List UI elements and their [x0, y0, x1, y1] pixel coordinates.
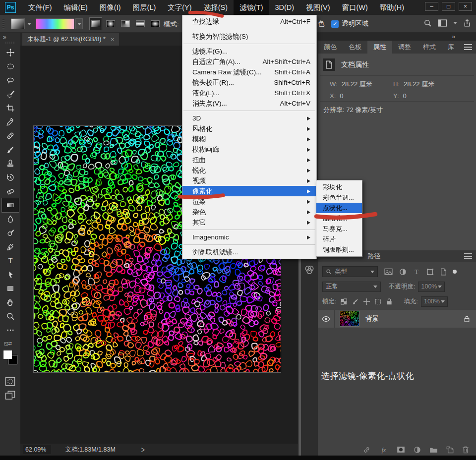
filter-shape-layers-icon[interactable] [426, 268, 434, 276]
lock-position-icon[interactable] [363, 298, 370, 305]
filter-menu-item-5[interactable]: 自适应广角(A)...Alt+Shift+Ctrl+A [182, 57, 316, 67]
filter-menu-item-16[interactable]: 锐化▶ [182, 165, 316, 175]
filter-menu-item-9[interactable]: 消失点(V)...Alt+Ctrl+V [182, 98, 316, 109]
filter-adjustment-layers-icon[interactable] [399, 268, 407, 276]
filter-menu-item-20[interactable]: 杂色▶ [182, 207, 316, 217]
delete-layer-icon[interactable] [462, 446, 469, 454]
filter-menu-item-11[interactable]: 3D▶ [182, 113, 316, 123]
submenu-item-2[interactable]: 点状化... [316, 203, 362, 213]
path-selection-tool[interactable] [2, 268, 19, 282]
filter-menu-item-2[interactable]: 转换为智能滤镜(S) [182, 31, 316, 42]
panel-menu-icon[interactable] [464, 44, 472, 50]
filter-menu-item-7[interactable]: 镜头校正(R)...Shift+Ctrl+R [182, 77, 316, 88]
foreground-color-swatch[interactable] [3, 350, 12, 359]
hand-tool[interactable] [2, 295, 19, 309]
chevron-down-icon[interactable] [453, 22, 457, 24]
share-icon[interactable] [463, 19, 471, 27]
crop-tool[interactable] [2, 101, 19, 115]
menubar-item-6[interactable]: 滤镜(T) [234, 0, 269, 15]
status-chevron-icon[interactable]: > [141, 445, 145, 455]
rectangle-tool[interactable] [2, 282, 19, 295]
submenu-item-5[interactable]: 碎片 [316, 234, 362, 244]
collapse-dock-icon[interactable]: » [3, 34, 5, 41]
filter-toggle-icon[interactable] [453, 270, 457, 274]
tab-close-icon[interactable]: × [111, 36, 115, 43]
layer-row-background[interactable]: 背景 [318, 310, 476, 328]
layer-thumbnail[interactable] [340, 311, 359, 327]
clone-stamp-tool[interactable] [2, 157, 19, 171]
filter-pixel-layers-icon[interactable] [384, 268, 393, 275]
submenu-item-3[interactable]: 晶格化... [316, 213, 362, 224]
adjustment-layer-icon[interactable] [414, 446, 421, 454]
eraser-tool[interactable] [2, 184, 19, 198]
menubar-item-10[interactable]: 帮助(H) [374, 0, 410, 15]
link-layers-icon[interactable] [362, 446, 371, 454]
checkbox-1[interactable]: ✓透明区域 [331, 19, 368, 28]
close-button[interactable]: × [459, 2, 472, 11]
zoom-level[interactable]: 62.09% [23, 445, 51, 454]
blur-tool[interactable] [2, 212, 19, 226]
new-layer-icon[interactable] [446, 446, 454, 454]
filter-menu-item-6[interactable]: Camera Raw 滤镜(C)...Shift+Ctrl+A [182, 67, 316, 77]
gradient-picker-caret[interactable] [75, 18, 83, 29]
submenu-item-1[interactable]: 彩色半调... [316, 192, 362, 203]
checkbox-check-icon[interactable]: ✓ [331, 20, 339, 28]
burn-tool[interactable] [2, 226, 19, 240]
workspace-switcher-icon[interactable] [438, 19, 447, 27]
fill-input[interactable]: 100% [421, 296, 448, 307]
tab-3[interactable]: 调整 [392, 41, 417, 54]
layer-mask-icon[interactable] [397, 446, 405, 453]
filter-smart-objects-icon[interactable] [440, 268, 447, 276]
menubar-item-0[interactable]: 文件(F) [22, 0, 58, 15]
filter-type-layers-icon[interactable]: T [413, 268, 420, 275]
tab-5[interactable]: 库 [442, 41, 460, 54]
tab-1[interactable]: 色板 [343, 41, 367, 54]
filter-menu-item-4[interactable]: 滤镜库(G)... [182, 46, 316, 57]
ellipsis-tool[interactable] [2, 323, 19, 337]
visibility-eye-icon[interactable] [322, 316, 330, 322]
reflected-gradient-button[interactable] [134, 17, 147, 30]
healing-brush-tool[interactable] [2, 129, 19, 143]
menubar-item-8[interactable]: 视图(V) [300, 0, 336, 15]
menubar-item-3[interactable]: 图层(L) [127, 0, 162, 15]
toolbar-grip[interactable] [5, 42, 14, 44]
brush-tool[interactable] [2, 143, 19, 157]
chevron-down-icon[interactable] [27, 23, 31, 25]
submenu-item-4[interactable]: 马赛克... [316, 224, 362, 234]
filter-menu-item-17[interactable]: 视频▶ [182, 175, 316, 186]
menubar-item-1[interactable]: 编辑(E) [58, 0, 94, 15]
lock-all-icon[interactable] [386, 298, 393, 305]
menubar-item-5[interactable]: 选择(S) [198, 0, 234, 15]
filter-menu-item-18[interactable]: 像素化▶ [182, 186, 316, 196]
linear-gradient-button[interactable] [89, 17, 102, 30]
menubar-item-9[interactable]: 窗口(W) [336, 0, 374, 15]
filter-menu-item-12[interactable]: 风格化▶ [182, 123, 316, 134]
filter-menu-item-14[interactable]: 模糊画廊▶ [182, 144, 316, 155]
move-tool[interactable] [2, 46, 19, 59]
tool-preset-picker[interactable] [11, 18, 25, 29]
menubar-item-4[interactable]: 文字(Y) [162, 0, 197, 15]
filter-menu-item-21[interactable]: 其它▶ [182, 217, 316, 228]
eyedropper-tool[interactable] [2, 115, 19, 129]
lasso-tool[interactable] [2, 73, 19, 87]
filter-menu-item-0[interactable]: 查找边缘Alt+Ctrl+F [182, 16, 316, 27]
filter-menu-item-15[interactable]: 扭曲▶ [182, 155, 316, 165]
blend-mode-dropdown[interactable]: 正常 [322, 282, 381, 292]
menubar-item-2[interactable]: 图像(I) [94, 0, 127, 15]
tab-4[interactable]: 样式 [417, 41, 442, 54]
quick-mask-icon[interactable] [5, 377, 15, 386]
filter-menu-item-8[interactable]: 液化(L)...Shift+Ctrl+X [182, 88, 316, 98]
swap-colors-icon[interactable]: ◱⇄ [4, 341, 12, 346]
filter-menu-item-23[interactable]: Imagenomic▶ [182, 232, 316, 242]
lock-artboard-icon[interactable] [374, 298, 382, 305]
lock-pixels-icon[interactable] [352, 298, 359, 305]
search-icon[interactable] [423, 19, 432, 27]
filter-menu-item-25[interactable]: 浏览联机滤镜... [182, 247, 316, 257]
submenu-item-6[interactable]: 铜版雕刻... [316, 244, 362, 255]
panel-menu-icon[interactable] [464, 253, 472, 259]
tab-2[interactable]: 属性 [367, 41, 392, 54]
maximize-button[interactable]: □ [442, 2, 455, 11]
angle-gradient-button[interactable] [119, 17, 132, 30]
screen-mode-icon[interactable] [5, 391, 15, 400]
marquee-tool[interactable] [2, 59, 19, 73]
